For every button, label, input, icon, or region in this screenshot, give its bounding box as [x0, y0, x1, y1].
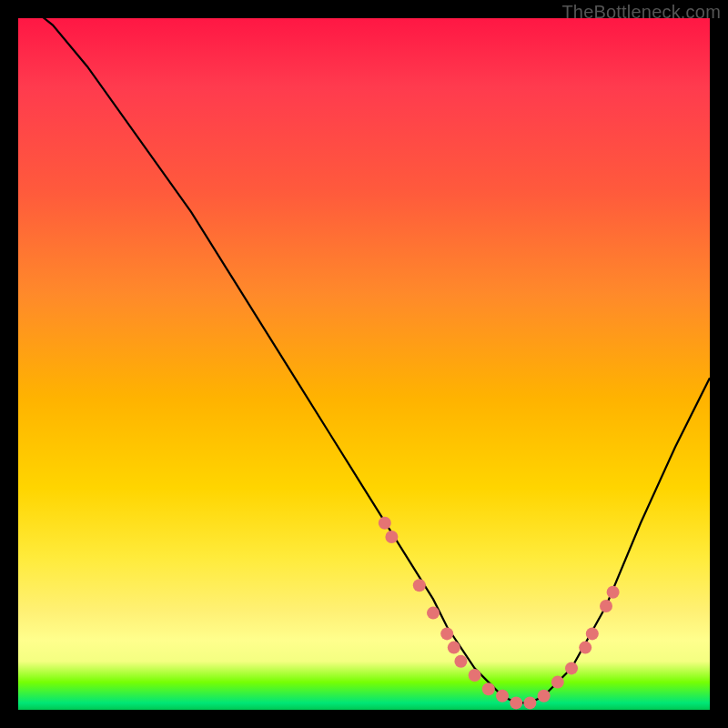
heat-gradient-background — [18, 18, 710, 710]
watermark-text: TheBottleneck.com — [561, 2, 721, 23]
plot-area — [18, 18, 710, 710]
chart-frame: TheBottleneck.com — [0, 0, 728, 728]
